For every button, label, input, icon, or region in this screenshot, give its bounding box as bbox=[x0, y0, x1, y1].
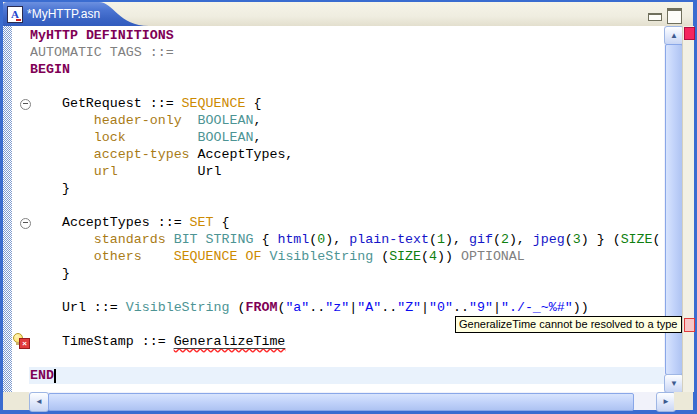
scroll-right-icon[interactable]: ► bbox=[656, 392, 676, 412]
code-line[interactable]: lock BOOLEAN, bbox=[30, 129, 664, 146]
tab-myhttp-asn[interactable]: A *MyHTTP.asn ✕ bbox=[3, 2, 149, 26]
code-token: ( bbox=[373, 249, 389, 264]
code-token: ( bbox=[230, 300, 246, 315]
code-token: SET bbox=[190, 215, 214, 230]
code-line[interactable] bbox=[30, 282, 664, 299]
code-token: ), bbox=[445, 232, 469, 247]
code-token bbox=[30, 164, 94, 179]
scroll-left-icon[interactable]: ◄ bbox=[29, 392, 49, 412]
code-token: ( bbox=[429, 232, 437, 247]
code-token: "a" bbox=[285, 300, 309, 315]
code-token bbox=[30, 232, 94, 247]
code-token: 2 bbox=[501, 232, 509, 247]
code-line[interactable]: TimeStamp ::= GeneralizeTime bbox=[30, 333, 664, 350]
code-line[interactable] bbox=[30, 197, 664, 214]
code-token: jpeg bbox=[533, 232, 565, 247]
code-line[interactable]: END bbox=[30, 367, 664, 384]
code-token: html bbox=[277, 232, 309, 247]
code-token: AcceptTypes ::= bbox=[30, 215, 190, 230]
code-token: "./-_~%#" bbox=[501, 300, 573, 315]
code-token: "0" bbox=[429, 300, 453, 315]
code-token bbox=[182, 113, 198, 128]
code-token: Url bbox=[198, 164, 222, 179]
code-line[interactable]: others SEQUENCE OF VisibleString (SIZE(4… bbox=[30, 248, 664, 265]
overview-error-summary-icon[interactable] bbox=[684, 27, 695, 40]
minimize-icon[interactable] bbox=[648, 13, 662, 21]
scroll-up-icon[interactable]: ▲ bbox=[664, 26, 684, 45]
code-line[interactable]: AUTOMATIC TAGS ::= bbox=[30, 44, 664, 61]
scrollbar-corner bbox=[3, 392, 29, 410]
code-line[interactable]: url Url bbox=[30, 163, 664, 180]
code-token bbox=[118, 164, 198, 179]
code-token: { bbox=[253, 232, 277, 247]
code-token: url bbox=[94, 164, 118, 179]
tab-title: *MyHTTP.asn bbox=[27, 7, 100, 21]
code-line[interactable]: MyHTTP DEFINITIONS bbox=[30, 27, 664, 44]
code-line[interactable]: header-only BOOLEAN, bbox=[30, 112, 664, 129]
code-line[interactable]: AcceptTypes ::= SET { bbox=[30, 214, 664, 231]
close-icon[interactable]: ✕ bbox=[117, 6, 132, 21]
code-token: | bbox=[421, 300, 429, 315]
code-token: lock bbox=[94, 130, 126, 145]
code-line[interactable]: BEGIN bbox=[30, 61, 664, 78]
code-token: ( bbox=[565, 232, 573, 247]
code-token: } bbox=[30, 266, 70, 281]
code-token: .. bbox=[381, 300, 397, 315]
code-token: plain-text bbox=[349, 232, 429, 247]
asn-file-icon: A bbox=[7, 6, 23, 23]
code-token: ), bbox=[509, 232, 533, 247]
code-token bbox=[30, 113, 94, 128]
code-line[interactable] bbox=[30, 350, 664, 367]
code-line[interactable] bbox=[30, 78, 664, 95]
code-token: Url ::= bbox=[30, 300, 126, 315]
code-token: ( bbox=[493, 232, 501, 247]
code-token: )) bbox=[573, 300, 589, 315]
horizontal-scrollbar-thumb[interactable] bbox=[48, 393, 634, 411]
code-token: standards bbox=[94, 232, 166, 247]
asn-editor-window: A *MyHTTP.asn ✕ × MyHTTP DEFINITIONSAUTO… bbox=[0, 0, 697, 414]
code-token: .. bbox=[453, 300, 469, 315]
code-token: AcceptTypes, bbox=[198, 147, 294, 162]
code-token: VisibleString bbox=[269, 249, 373, 264]
code-token bbox=[30, 130, 94, 145]
code-token bbox=[190, 147, 198, 162]
code-token: accept-types bbox=[94, 147, 190, 162]
overview-error-marker[interactable] bbox=[684, 318, 695, 332]
code-token bbox=[142, 249, 174, 264]
unresolved-type-reference: GeneralizeTime bbox=[174, 334, 286, 349]
code-token: "z" bbox=[325, 300, 349, 315]
code-token: 1 bbox=[437, 232, 445, 247]
code-token: SIZE bbox=[621, 232, 653, 247]
vertical-ruler-range-indicator[interactable] bbox=[3, 26, 12, 392]
code-token: BIT STRING bbox=[174, 232, 254, 247]
code-token: FROM bbox=[245, 300, 277, 315]
code-line[interactable]: Url ::= VisibleString (FROM("a".."z"|"A"… bbox=[30, 299, 664, 316]
overview-ruler[interactable] bbox=[682, 26, 694, 392]
code-token: BOOLEAN bbox=[198, 130, 254, 145]
code-token: 4 bbox=[429, 249, 437, 264]
scrollbar-corner bbox=[674, 392, 693, 410]
code-token bbox=[30, 249, 94, 264]
code-area[interactable]: MyHTTP DEFINITIONSAUTOMATIC TAGS ::=BEGI… bbox=[30, 27, 664, 387]
maximize-icon[interactable] bbox=[667, 8, 682, 24]
code-token: VisibleString bbox=[126, 300, 230, 315]
code-token: header-only bbox=[94, 113, 182, 128]
code-line[interactable]: GetRequest ::= SEQUENCE { bbox=[30, 95, 664, 112]
error-icon: × bbox=[19, 338, 30, 349]
code-token: SEQUENCE OF bbox=[174, 249, 262, 264]
code-token bbox=[126, 130, 198, 145]
code-line[interactable]: } bbox=[30, 180, 664, 197]
code-line[interactable]: accept-types AcceptTypes, bbox=[30, 146, 664, 163]
code-token: { bbox=[214, 215, 230, 230]
code-line[interactable]: standards BIT STRING { html(0), plain-te… bbox=[30, 231, 664, 248]
scroll-down-icon[interactable]: ▼ bbox=[664, 374, 684, 393]
editor-tab-bar: A *MyHTTP.asn ✕ bbox=[3, 2, 693, 26]
code-token: gif bbox=[469, 232, 493, 247]
code-token: END bbox=[30, 368, 54, 383]
text-caret bbox=[54, 369, 56, 383]
code-token: .. bbox=[309, 300, 325, 315]
code-line[interactable]: } bbox=[30, 265, 664, 282]
code-token: BEGIN bbox=[30, 62, 70, 77]
code-token: OPTIONAL bbox=[461, 249, 525, 264]
error-quickfix-marker[interactable]: × bbox=[13, 333, 30, 349]
